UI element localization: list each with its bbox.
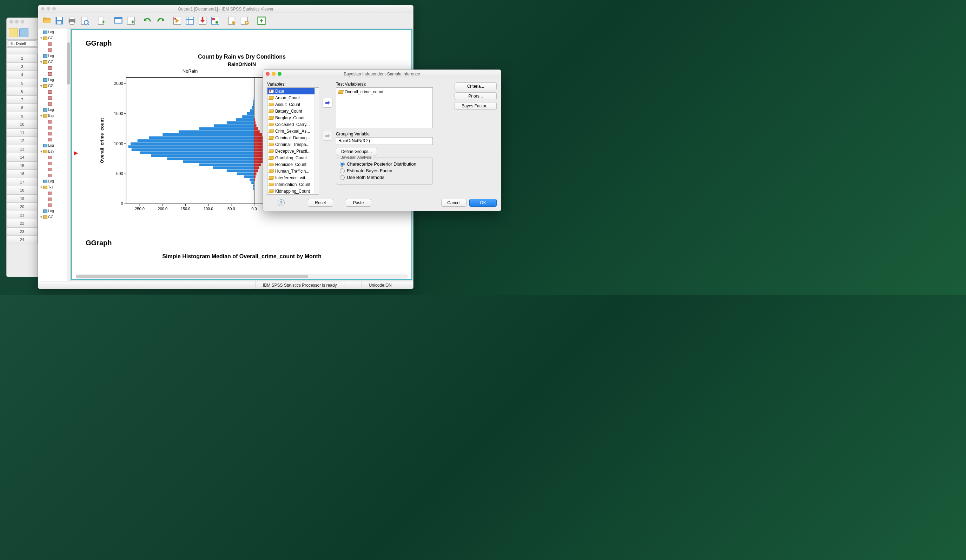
- variable-item[interactable]: Arson_Count: [268, 94, 319, 101]
- row-header[interactable]: 8: [7, 104, 38, 112]
- outline-item[interactable]: Log: [38, 53, 70, 59]
- outline-item[interactable]: [38, 131, 70, 136]
- close-dot[interactable]: [10, 20, 13, 23]
- outline-item[interactable]: Log: [38, 77, 70, 83]
- test-variables-listbox[interactable]: Overall_crime_count: [336, 87, 433, 128]
- outline-item[interactable]: Log: [38, 107, 70, 113]
- outline-item[interactable]: Log: [38, 143, 70, 148]
- outline-item[interactable]: ▼GG: [38, 59, 70, 65]
- variable-item[interactable]: Battery_Count: [268, 108, 319, 114]
- criteria-button[interactable]: Criteria...: [455, 82, 497, 90]
- save-button[interactable]: [54, 15, 65, 26]
- row-header[interactable]: 12: [7, 137, 38, 145]
- radio-posterior[interactable]: Characterize Posterior Distribution: [340, 161, 429, 167]
- outline-item[interactable]: [38, 154, 70, 160]
- row-header[interactable]: 23: [7, 228, 38, 236]
- variable-item[interactable]: Criminal_Trespa...: [268, 141, 319, 148]
- grouping-variable-field[interactable]: RainOrNotN(3 2): [336, 137, 433, 145]
- move-to-grouping-button[interactable]: [323, 131, 332, 141]
- variable-item[interactable]: Date: [268, 88, 319, 94]
- save-icon[interactable]: [19, 28, 28, 37]
- row-header[interactable]: 11: [7, 129, 38, 137]
- bayes-factor-button[interactable]: Bayes Factor...: [455, 102, 497, 110]
- outline-item[interactable]: [38, 71, 70, 77]
- row-header[interactable]: 21: [7, 211, 38, 220]
- outline-pane[interactable]: Log▼GGLog▼GGLog▼GGLog▼BayLog▼BayLog▼T-1L…: [38, 28, 71, 281]
- outline-item[interactable]: Log: [38, 178, 70, 184]
- row-header[interactable]: 10: [7, 120, 38, 129]
- outline-item[interactable]: [38, 160, 70, 166]
- test-variable-item[interactable]: Overall_crime_count: [337, 89, 432, 95]
- row-header[interactable]: 14: [7, 153, 38, 162]
- horizontal-scrollbar[interactable]: [76, 274, 408, 279]
- outline-item[interactable]: [38, 136, 70, 143]
- row-header[interactable]: 16: [7, 170, 38, 178]
- outline-item[interactable]: [38, 65, 70, 71]
- outline-item[interactable]: ▼Bay: [38, 148, 70, 154]
- insert-button[interactable]: [197, 15, 208, 26]
- variable-item[interactable]: Assult_Count: [268, 101, 319, 108]
- goto-case-button[interactable]: [172, 15, 183, 26]
- preview-button[interactable]: [79, 15, 90, 26]
- row-header[interactable]: 3: [7, 63, 38, 71]
- outline-item[interactable]: [38, 202, 70, 208]
- row-header[interactable]: 22: [7, 219, 38, 228]
- variable-item[interactable]: Colcealed_Carry...: [268, 121, 319, 128]
- select-button[interactable]: [210, 15, 221, 26]
- designate-window-button[interactable]: +: [256, 15, 267, 26]
- variables-button[interactable]: [184, 15, 196, 26]
- outline-item[interactable]: Log: [38, 29, 70, 35]
- row-header[interactable]: 13: [7, 145, 38, 154]
- row-header[interactable]: 6: [7, 87, 38, 96]
- outline-item[interactable]: [38, 125, 70, 131]
- zoom-button[interactable]: [278, 72, 281, 76]
- row-header[interactable]: 17: [7, 178, 38, 187]
- variable-item[interactable]: Burglary_Count: [268, 114, 319, 121]
- export-button[interactable]: [96, 15, 107, 26]
- scroll-thumb[interactable]: [67, 43, 70, 85]
- variable-item[interactable]: Criminal_Damag...: [268, 135, 319, 141]
- undo-button[interactable]: [142, 15, 153, 26]
- row-header[interactable]: 19: [7, 195, 38, 203]
- dialog-recall-button[interactable]: [113, 15, 124, 26]
- variable-item[interactable]: Kidnapping_Count: [268, 188, 319, 194]
- row-header[interactable]: 20: [7, 203, 38, 211]
- outline-item[interactable]: ▼GG: [38, 83, 70, 89]
- priors-button[interactable]: Priors...: [455, 92, 497, 100]
- min-dot[interactable]: [15, 20, 19, 23]
- row-header[interactable]: 24: [7, 236, 38, 244]
- goto-data-button[interactable]: [125, 15, 136, 26]
- outline-item[interactable]: [38, 101, 70, 107]
- scroll-thumb[interactable]: [76, 275, 308, 278]
- help-icon[interactable]: ?: [278, 199, 285, 206]
- minimize-button[interactable]: [272, 72, 276, 76]
- variable-item[interactable]: Crim_Sexual_As...: [268, 128, 319, 135]
- outline-item[interactable]: [38, 166, 70, 172]
- paste-button[interactable]: Paste: [346, 199, 371, 207]
- variable-item[interactable]: Intimidation_Count: [268, 181, 319, 188]
- outline-item[interactable]: [38, 41, 70, 47]
- define-groups-button[interactable]: Define Groups...: [336, 148, 377, 156]
- min-dot[interactable]: [47, 7, 50, 10]
- outline-item[interactable]: Log: [38, 208, 70, 214]
- outline-item[interactable]: [38, 118, 70, 125]
- open-button[interactable]: [41, 15, 52, 26]
- close-button[interactable]: [266, 72, 269, 76]
- variable-item[interactable]: Human_Trafficin...: [268, 168, 319, 174]
- cancel-button[interactable]: Cancel: [441, 199, 467, 207]
- outline-item[interactable]: [38, 89, 70, 95]
- variable-item[interactable]: Deceptive_Practi...: [268, 148, 319, 154]
- move-to-test-button[interactable]: [323, 98, 332, 108]
- row-header[interactable]: 2: [7, 54, 38, 63]
- redo-button[interactable]: [155, 15, 166, 26]
- radio-both[interactable]: Use Both Methods: [340, 175, 429, 180]
- variable-item[interactable]: Homicide_Count: [268, 161, 319, 168]
- outline-item[interactable]: ▼GG: [38, 214, 70, 220]
- row-header[interactable]: 18: [7, 186, 38, 195]
- row-header[interactable]: 4: [7, 71, 38, 79]
- row-header[interactable]: 7: [7, 96, 38, 104]
- row-header[interactable]: 5: [7, 79, 38, 88]
- listbox-scrollbar[interactable]: [314, 88, 319, 194]
- outline-item[interactable]: [38, 95, 70, 101]
- max-dot[interactable]: [52, 7, 56, 10]
